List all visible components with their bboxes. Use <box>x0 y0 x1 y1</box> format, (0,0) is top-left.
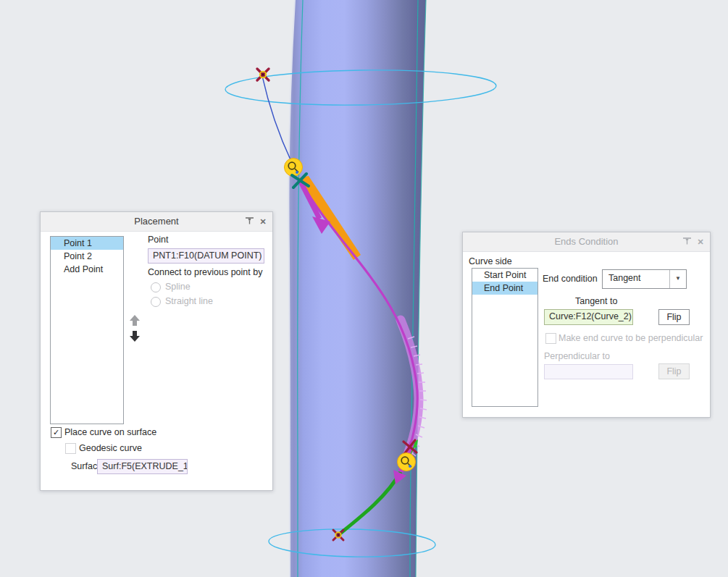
close-icon[interactable]: ✕ <box>695 236 706 248</box>
flip-disabled-button: Flip <box>658 363 690 379</box>
cylinder-surface[interactable] <box>288 0 426 577</box>
move-down-button[interactable] <box>129 330 141 342</box>
place-curve-label: Place curve on surface <box>64 427 156 437</box>
point-label: Point <box>148 235 169 245</box>
perpendicular-checkbox-label: Make end curve to be perpendicular <box>558 333 703 343</box>
straight-line-radio <box>151 297 161 307</box>
perpendicular-checkbox <box>545 333 556 344</box>
tangent-to-label: Tangent to <box>575 296 617 306</box>
drag-handle-end[interactable] <box>398 453 416 471</box>
pin-icon[interactable] <box>681 236 693 248</box>
drag-handle-start[interactable] <box>285 159 303 177</box>
ends-condition-title: Ends Condition <box>554 236 618 247</box>
end-condition-dropdown[interactable]: Tangent ▼ <box>602 269 687 289</box>
curve-side-list[interactable]: Start Point End Point <box>472 268 538 407</box>
connect-by-label: Connect to previous point by <box>148 267 262 277</box>
pin-icon[interactable] <box>243 216 255 227</box>
place-curve-checkbox[interactable]: ✓ <box>51 427 62 438</box>
list-item-end-point[interactable]: End Point <box>472 282 537 295</box>
list-item-point1[interactable]: Point 1 <box>51 237 123 250</box>
ends-condition-dialog: Ends Condition ✕ Curve side Start Point … <box>462 232 711 418</box>
connecting-spline[interactable] <box>262 76 292 163</box>
placement-dialog: Placement ✕ Point 1 Point 2 Add Point Po… <box>40 211 273 491</box>
application-window: Placement ✕ Point 1 Point 2 Add Point Po… <box>0 0 728 577</box>
curve-side-label: Curve side <box>469 256 512 266</box>
point-reference-field[interactable]: PNT1:F10(DATUM POINT) <box>148 248 264 264</box>
geodesic-label: Geodesic curve <box>79 443 142 453</box>
list-item-point2[interactable]: Point 2 <box>51 250 123 263</box>
surface-reference-field[interactable]: Surf:F5(EXTRUDE_1) <box>97 459 188 474</box>
flip-button[interactable]: Flip <box>658 309 690 325</box>
ends-condition-title-bar[interactable]: Ends Condition ✕ <box>463 232 710 252</box>
spline-radio <box>151 282 161 292</box>
chevron-down-icon[interactable]: ▼ <box>669 270 686 288</box>
point-list[interactable]: Point 1 Point 2 Add Point <box>50 236 124 424</box>
placement-title-bar[interactable]: Placement ✕ <box>41 212 272 232</box>
perpendicular-to-label: Perpendicular to <box>544 351 610 361</box>
list-item-add-point[interactable]: Add Point <box>51 263 123 276</box>
geodesic-checkbox[interactable] <box>65 443 76 454</box>
list-item-start-point[interactable]: Start Point <box>472 269 537 282</box>
placement-title: Placement <box>134 216 178 227</box>
move-up-button[interactable] <box>129 314 141 327</box>
perpendicular-to-field <box>544 364 633 379</box>
close-icon[interactable]: ✕ <box>257 216 269 227</box>
end-condition-label: End condition <box>543 274 598 284</box>
tangent-to-field[interactable]: Curve:F12(Curve_2) <box>544 309 633 325</box>
spline-radio-label: Spline <box>165 282 191 292</box>
end-condition-value: Tangent <box>603 270 669 288</box>
straight-line-radio-label: Straight line <box>165 296 213 306</box>
